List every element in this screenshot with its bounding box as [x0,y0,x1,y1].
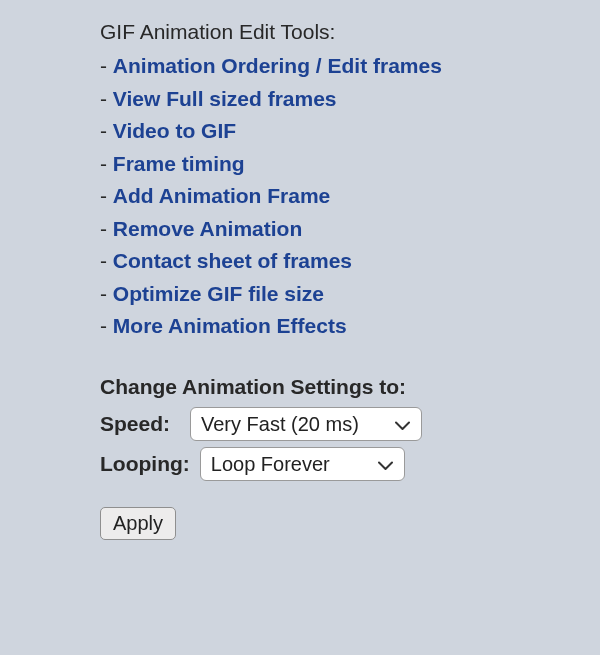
tool-link-frame-timing[interactable]: Frame timing [113,152,245,175]
list-item: - More Animation Effects [100,310,600,343]
tool-link-contact-sheet[interactable]: Contact sheet of frames [113,249,352,272]
list-item: - Optimize GIF file size [100,278,600,311]
tools-list: - Animation Ordering / Edit frames - Vie… [100,50,600,343]
speed-row: Speed: Very Fast (20 ms) [100,407,600,441]
tool-link-view-full-sized[interactable]: View Full sized frames [113,87,337,110]
looping-select-wrap: Loop Forever [200,447,405,481]
list-item: - View Full sized frames [100,83,600,116]
tool-link-animation-ordering[interactable]: Animation Ordering / Edit frames [113,54,442,77]
dash-prefix: - [100,184,113,207]
dash-prefix: - [100,54,113,77]
tool-link-optimize-gif[interactable]: Optimize GIF file size [113,282,324,305]
looping-row: Looping: Loop Forever [100,447,600,481]
dash-prefix: - [100,217,113,240]
dash-prefix: - [100,119,113,142]
list-item: - Animation Ordering / Edit frames [100,50,600,83]
list-item: - Video to GIF [100,115,600,148]
list-item: - Add Animation Frame [100,180,600,213]
tool-link-remove-animation[interactable]: Remove Animation [113,217,302,240]
apply-button[interactable]: Apply [100,507,176,540]
list-item: - Remove Animation [100,213,600,246]
dash-prefix: - [100,152,113,175]
dash-prefix: - [100,249,113,272]
speed-select-wrap: Very Fast (20 ms) [190,407,422,441]
tool-link-more-effects[interactable]: More Animation Effects [113,314,347,337]
tool-link-add-animation-frame[interactable]: Add Animation Frame [113,184,330,207]
dash-prefix: - [100,314,113,337]
speed-label: Speed: [100,412,180,436]
list-item: - Frame timing [100,148,600,181]
dash-prefix: - [100,282,113,305]
looping-select[interactable]: Loop Forever [200,447,405,481]
tool-link-video-to-gif[interactable]: Video to GIF [113,119,236,142]
tools-heading: GIF Animation Edit Tools: [100,20,600,44]
speed-select[interactable]: Very Fast (20 ms) [190,407,422,441]
apply-row: Apply [100,507,600,540]
looping-label: Looping: [100,452,190,476]
settings-heading: Change Animation Settings to: [100,375,600,399]
list-item: - Contact sheet of frames [100,245,600,278]
dash-prefix: - [100,87,113,110]
